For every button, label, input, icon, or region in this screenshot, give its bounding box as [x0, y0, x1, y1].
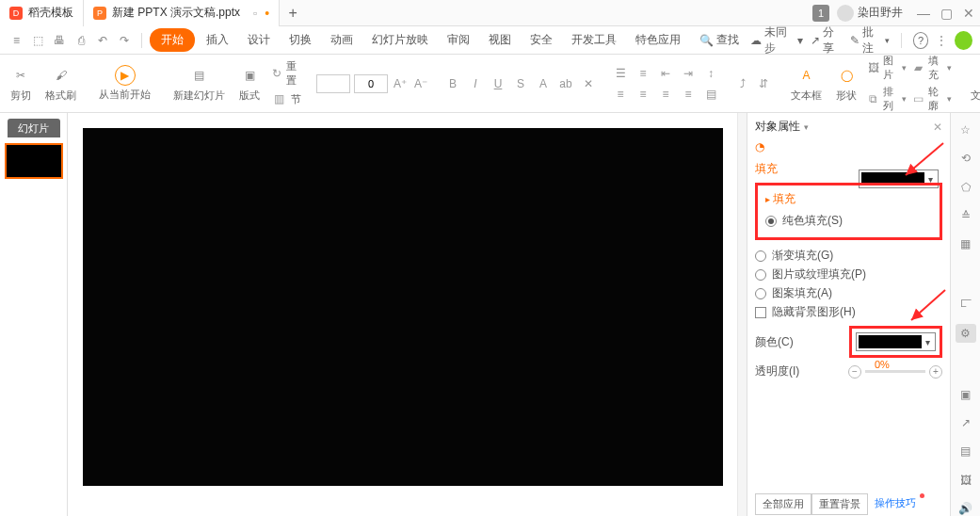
- ribbon-reset[interactable]: ↻重置: [270, 59, 301, 88]
- textalign-v-icon[interactable]: ⇵: [755, 75, 772, 92]
- tab-document[interactable]: P 新建 PPTX 演示文稿.pptx ▫ •: [84, 0, 280, 26]
- window-minimize[interactable]: —: [912, 6, 935, 21]
- panel-dropdown-icon[interactable]: ▾: [804, 122, 809, 132]
- font-shrink-icon[interactable]: A⁻: [412, 75, 429, 92]
- radio-texture-fill[interactable]: 图片或纹理填充(P): [755, 266, 942, 282]
- notification-badge[interactable]: 1: [812, 5, 829, 22]
- sidebar-chart-icon[interactable]: ⫍: [957, 296, 974, 311]
- ribbon-play[interactable]: ▶从当前开始: [95, 65, 154, 102]
- avatar[interactable]: [837, 5, 854, 22]
- menu-tab-view[interactable]: 视图: [481, 28, 519, 52]
- menu-tab-devtools[interactable]: 开发工具: [564, 28, 624, 52]
- menu-tab-animation[interactable]: 动画: [323, 28, 361, 52]
- slide-thumbnail-pane[interactable]: 幻灯片: [0, 113, 68, 516]
- vertical-scrollbar[interactable]: [737, 113, 747, 516]
- qat-undo-icon[interactable]: ↶: [94, 31, 112, 50]
- help-button[interactable]: ?: [913, 32, 929, 49]
- slide-thumbnail-1[interactable]: [5, 143, 63, 179]
- checkbox-hide-bg[interactable]: 隐藏背景图形(H): [755, 304, 942, 320]
- ribbon-shape[interactable]: ◯形状: [831, 64, 861, 103]
- qat-open-icon[interactable]: ⬚: [29, 31, 47, 50]
- qat-print-icon[interactable]: ⎙: [72, 31, 90, 50]
- slide-canvas-area[interactable]: [68, 113, 737, 516]
- menu-tab-slideshow[interactable]: 幻灯片放映: [364, 28, 436, 52]
- ribbon-fill[interactable]: ▰填充▾: [912, 55, 952, 82]
- fill-bucket-icon[interactable]: ◔: [755, 140, 772, 157]
- more-button[interactable]: ⋮: [936, 34, 947, 47]
- sidebar-layers-icon[interactable]: ≙: [957, 208, 974, 223]
- ribbon-brush[interactable]: 🖌格式刷: [41, 64, 80, 103]
- tab-templates[interactable]: D 稻壳模板: [0, 0, 84, 26]
- bold-button[interactable]: B: [444, 75, 461, 92]
- window-maximize[interactable]: ▢: [935, 6, 957, 21]
- opacity-slider[interactable]: 0%: [865, 370, 925, 373]
- align-right-icon[interactable]: ≡: [657, 86, 674, 103]
- sidebar-image-icon[interactable]: 🖼: [957, 472, 974, 487]
- panel-tab-resetbg[interactable]: 重置背景: [811, 493, 868, 515]
- menu-tab-security[interactable]: 安全: [522, 28, 560, 52]
- menu-hamburger-icon[interactable]: ≡: [8, 31, 25, 50]
- font-family[interactable]: [316, 74, 350, 93]
- ribbon-textbox[interactable]: A文本框: [787, 64, 826, 103]
- ribbon-pic[interactable]: 🖼图片▾: [867, 55, 907, 82]
- align-left-icon[interactable]: ≡: [612, 86, 629, 103]
- font-size[interactable]: [354, 74, 388, 93]
- opacity-minus[interactable]: −: [848, 365, 861, 379]
- panel-close-icon[interactable]: ✕: [933, 121, 942, 134]
- align-justify-icon[interactable]: ≡: [680, 86, 697, 103]
- linespacing-icon[interactable]: ↕: [702, 65, 719, 82]
- menu-tab-review[interactable]: 审阅: [440, 28, 477, 52]
- menu-tab-feature[interactable]: 特色应用: [628, 28, 688, 52]
- indent-inc-icon[interactable]: ⇥: [680, 65, 697, 82]
- radio-solid-fill[interactable]: 纯色填充(S): [765, 213, 932, 229]
- menu-tab-transition[interactable]: 切换: [281, 28, 319, 52]
- sidebar-settings-icon[interactable]: ⚙: [956, 324, 976, 343]
- textdir-icon[interactable]: ⤴: [734, 75, 751, 92]
- menu-tab-design[interactable]: 设计: [240, 28, 278, 52]
- tab-add[interactable]: +: [280, 5, 306, 22]
- ribbon-dochelper[interactable]: 📄文档助手: [967, 64, 980, 103]
- ribbon-outline[interactable]: ▭轮廓▾: [912, 85, 952, 113]
- underline-button[interactable]: U: [490, 75, 506, 92]
- sidebar-grid-icon[interactable]: ▦: [957, 236, 974, 251]
- ribbon-new-slide[interactable]: ▤新建幻灯片: [169, 64, 229, 103]
- ribbon-section[interactable]: ▥节: [270, 90, 301, 107]
- ribbon-cut[interactable]: ✂剪切: [6, 64, 36, 103]
- radio-pattern-fill[interactable]: 图案填充(A): [755, 285, 942, 301]
- slide-canvas[interactable]: [83, 128, 723, 486]
- fontcolor-button[interactable]: A: [535, 75, 552, 92]
- sidebar-layout-icon[interactable]: ▤: [957, 443, 974, 459]
- qat-save-icon[interactable]: 🖶: [51, 31, 69, 50]
- italic-button[interactable]: I: [467, 75, 484, 92]
- indent-dec-icon[interactable]: ⇤: [657, 65, 674, 82]
- swatch-dropdown-icon[interactable]: ▾: [922, 337, 933, 347]
- share-button[interactable]: ↗分享: [811, 24, 843, 56]
- menu-tab-insert[interactable]: 插入: [199, 28, 236, 52]
- panel-tab-tips[interactable]: 操作技巧: [868, 493, 923, 515]
- window-close[interactable]: ✕: [957, 6, 980, 21]
- align-center-icon[interactable]: ≡: [635, 86, 651, 103]
- comment-button[interactable]: ✎批注▾: [850, 24, 890, 56]
- opacity-plus[interactable]: +: [929, 365, 942, 379]
- numbering-icon[interactable]: ≡: [635, 65, 651, 82]
- font-grow-icon[interactable]: A⁺: [392, 75, 409, 92]
- fill-header[interactable]: 填充: [765, 191, 932, 207]
- sidebar-star-icon[interactable]: ☆: [957, 122, 974, 137]
- highlight-button[interactable]: ab: [557, 75, 574, 92]
- clear-format-button[interactable]: ✕: [580, 75, 597, 92]
- sidebar-rotate-icon[interactable]: ⟲: [957, 151, 974, 166]
- strike-button[interactable]: S: [512, 75, 529, 92]
- columns-icon[interactable]: ▤: [702, 86, 719, 103]
- sidebar-window-icon[interactable]: ▣: [957, 386, 974, 401]
- qat-redo-icon[interactable]: ↷: [116, 31, 134, 50]
- radio-gradient-fill[interactable]: 渐变填充(G): [755, 248, 942, 264]
- panel-tab-applyall[interactable]: 全部应用: [755, 493, 811, 515]
- sidebar-shape-icon[interactable]: ⬠: [957, 180, 974, 195]
- sync-button[interactable]: ☁未同步▾: [750, 24, 803, 56]
- menu-tab-start[interactable]: 开始: [150, 28, 195, 52]
- ribbon-layout[interactable]: ▣版式: [234, 64, 265, 103]
- profile-button[interactable]: [955, 31, 972, 50]
- sidebar-export-icon[interactable]: ↗: [957, 415, 974, 430]
- sidebar-sound-icon[interactable]: 🔊: [957, 501, 974, 516]
- color-picker-swatch[interactable]: ▾: [856, 332, 936, 351]
